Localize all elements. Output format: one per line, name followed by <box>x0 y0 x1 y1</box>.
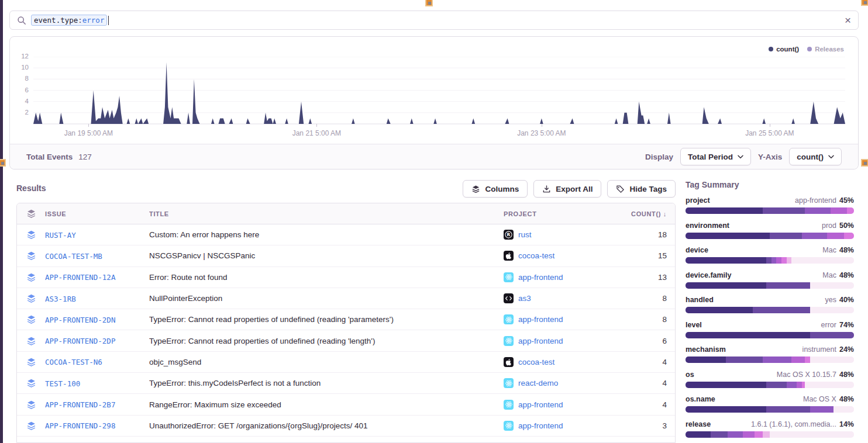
tag-bar-segment[interactable] <box>686 332 810 338</box>
selection-handle-top[interactable] <box>425 0 433 6</box>
issue-link[interactable]: COCOA-TEST-N6 <box>45 358 102 366</box>
tag-bar-segment[interactable] <box>766 282 810 289</box>
tag-distribution-bar[interactable] <box>686 406 854 413</box>
tag-distribution-bar[interactable] <box>686 257 854 264</box>
issue-link[interactable]: AS3-1RB <box>45 295 76 303</box>
tag-bar-segment[interactable] <box>755 431 763 438</box>
issue-link[interactable]: APP-FRONTEND-2DP <box>45 337 115 345</box>
tag-distribution-bar[interactable] <box>686 332 854 338</box>
selection-handle-top-right[interactable] <box>861 0 868 6</box>
tag-bar-segment[interactable] <box>770 233 802 239</box>
column-header-count[interactable]: COUNT() ↓ <box>624 210 675 217</box>
tag-bar-segment[interactable] <box>805 207 830 214</box>
event-count: 6 <box>624 337 675 345</box>
tag-bar-segment[interactable] <box>686 406 766 413</box>
tag-bar-segment[interactable] <box>791 257 854 264</box>
stack-icon <box>26 400 36 410</box>
tag-bar-segment[interactable] <box>770 431 854 438</box>
tag-distribution-bar[interactable] <box>686 357 854 363</box>
tag-bar-segment[interactable] <box>787 257 792 264</box>
tag-bar-segment[interactable] <box>810 332 854 338</box>
chart-plot: 0 <box>33 57 845 125</box>
tag-bar-segment[interactable] <box>810 357 854 363</box>
tag-bar-segment[interactable] <box>810 307 854 313</box>
tag-bar-segment[interactable] <box>797 382 802 388</box>
issue-link[interactable]: APP-FRONTEND-2DN <box>45 316 115 324</box>
search-query-token[interactable]: event.type:error <box>31 15 107 26</box>
tag-bar-segment[interactable] <box>686 357 726 363</box>
issue-title: TypeError: Cannot read properties of und… <box>149 337 504 345</box>
tag-bar-segment[interactable] <box>781 257 787 264</box>
y-axis-dropdown[interactable]: count() <box>789 148 842 165</box>
tag-bar-segment[interactable] <box>743 431 755 438</box>
tag-bar-segment[interactable] <box>763 207 805 214</box>
selection-handle-left[interactable] <box>0 159 6 167</box>
table-row: APP-FRONTEND-2B7RangeError: Maximum size… <box>17 394 675 415</box>
tag-bar-segment[interactable] <box>805 357 810 363</box>
clear-search-icon[interactable]: × <box>845 15 851 26</box>
project-link[interactable]: app-frontend <box>518 421 563 430</box>
tag-distribution-bar[interactable] <box>686 233 854 239</box>
export-all-button-label: Export All <box>556 185 593 193</box>
tag-bar-segment[interactable] <box>728 431 743 438</box>
tag-bar-segment[interactable] <box>766 382 787 388</box>
hide-tags-button-label: Hide Tags <box>629 185 667 193</box>
issue-link[interactable]: APP-FRONTEND-12A <box>45 273 115 282</box>
tag-bar-segment[interactable] <box>791 357 805 363</box>
tag-bar-segment[interactable] <box>766 406 810 413</box>
project-link[interactable]: app-frontend <box>518 273 563 282</box>
tag-bar-segment[interactable] <box>766 257 771 264</box>
tag-bar-segment[interactable] <box>810 406 833 413</box>
issue-link[interactable]: COCOA-TEST-MB <box>45 252 102 261</box>
tag-bar-segment[interactable] <box>787 382 797 388</box>
project-link[interactable]: app-frontend <box>518 400 563 409</box>
legend-item-count[interactable]: count() <box>769 46 799 53</box>
tag-distribution-bar[interactable] <box>686 282 854 289</box>
tag-bar-segment[interactable] <box>686 307 753 313</box>
tag-distribution-bar[interactable] <box>686 307 854 313</box>
issue-link[interactable]: APP-FRONTEND-2B7 <box>45 400 115 409</box>
tag-bar-segment[interactable] <box>771 257 777 264</box>
issue-link[interactable]: APP-FRONTEND-298 <box>45 421 115 430</box>
tag-bar-segment[interactable] <box>763 357 791 363</box>
tag-distribution-bar[interactable] <box>686 207 854 214</box>
tag-bar-segment[interactable] <box>686 257 766 264</box>
project-link[interactable]: cocoa-test <box>518 358 554 366</box>
tag-bar-segment[interactable] <box>686 382 766 388</box>
project-link[interactable]: app-frontend <box>518 315 563 324</box>
hide-tags-button[interactable]: Hide Tags <box>607 180 676 198</box>
tag-distribution-bar[interactable] <box>686 431 854 438</box>
selection-handle-right[interactable] <box>861 159 868 167</box>
project-link[interactable]: app-frontend <box>518 337 563 345</box>
issue-link[interactable]: RUST-AY <box>45 231 76 240</box>
tag-bar-segment[interactable] <box>753 307 810 313</box>
tag-distribution-bar[interactable] <box>686 382 854 388</box>
columns-button[interactable]: Columns <box>463 180 528 198</box>
issue-link[interactable]: TEST-100 <box>45 379 80 388</box>
tag-bar-segment[interactable] <box>844 233 854 239</box>
search-bar[interactable]: event.type:error × <box>9 11 859 30</box>
tag-bar-segment[interactable] <box>711 431 728 438</box>
tag-bar-segment[interactable] <box>686 207 763 214</box>
export-all-button[interactable]: Export All <box>533 180 601 198</box>
tag-bar-segment[interactable] <box>686 282 766 289</box>
project-link[interactable]: as3 <box>518 294 531 303</box>
tag-bar-segment[interactable] <box>776 257 781 264</box>
project-link[interactable]: rust <box>518 230 532 239</box>
display-dropdown[interactable]: Total Period <box>680 148 751 165</box>
tag-bar-segment[interactable] <box>686 431 711 438</box>
project-link[interactable]: react-demo <box>518 379 558 387</box>
tag-bar-segment[interactable] <box>810 282 854 289</box>
tag-bar-segment[interactable] <box>726 357 763 363</box>
tag-bar-segment[interactable] <box>847 207 854 214</box>
tag-bar-segment[interactable] <box>686 233 770 239</box>
tag-bar-segment[interactable] <box>802 233 827 239</box>
tag-bar-segment[interactable] <box>827 233 844 239</box>
tag-bar-segment[interactable] <box>833 406 854 413</box>
issue-title: NSCGSPanicv | NSCGSPanic <box>149 251 504 260</box>
project-link[interactable]: cocoa-test <box>518 251 554 260</box>
tag-bar-segment[interactable] <box>763 431 770 438</box>
tag-bar-segment[interactable] <box>805 382 854 388</box>
legend-item-releases[interactable]: Releases <box>807 46 844 53</box>
tag-bar-segment[interactable] <box>831 207 848 214</box>
